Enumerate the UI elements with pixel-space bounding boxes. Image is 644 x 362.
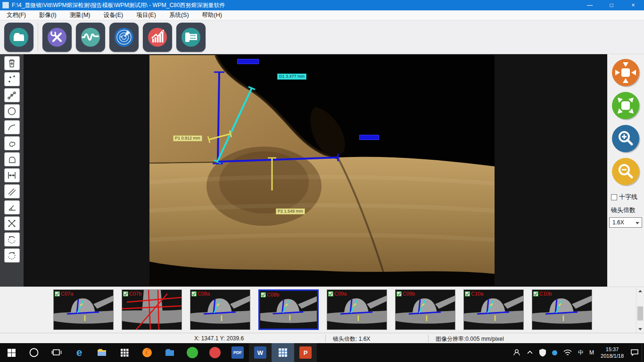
measure-label-blue-top[interactable]	[237, 59, 259, 64]
scroll-down-button[interactable]	[636, 326, 644, 333]
task-view-button[interactable]	[45, 343, 68, 362]
thumbnail-scrollbar[interactable]	[636, 288, 644, 333]
powerpoint-icon: P	[299, 346, 312, 359]
word-button[interactable]: W	[249, 343, 272, 362]
fit-to-window-button[interactable]	[611, 58, 640, 87]
scroll-up-button[interactable]	[636, 288, 644, 295]
thumbnail-checkbox[interactable]	[533, 291, 538, 296]
green-browser-button[interactable]	[181, 343, 204, 362]
freeform-region-tool[interactable]	[4, 136, 20, 150]
thumbnail-checkbox[interactable]	[191, 291, 197, 296]
thumbnail-c08b-selected[interactable]: C08b	[258, 289, 319, 330]
minimize-button[interactable]: —	[579, 0, 601, 10]
thumbnail-c08a[interactable]: C08a	[190, 289, 250, 330]
thumbnail-checkbox[interactable]	[328, 291, 333, 296]
menu-document[interactable]: 文档(F)	[0, 10, 33, 20]
file-explorer-button[interactable]	[91, 343, 113, 362]
red-browser-button[interactable]	[204, 343, 226, 362]
show-desktop-button[interactable]	[642, 343, 644, 362]
angle-tool[interactable]	[4, 200, 20, 214]
people-button[interactable]	[510, 343, 524, 362]
tray-overflow-button[interactable]	[524, 343, 536, 362]
open-project-button[interactable]	[4, 23, 33, 52]
word-icon: W	[254, 346, 266, 359]
ime-indicator[interactable]: 中	[575, 343, 586, 362]
zoom-out-button[interactable]	[611, 157, 640, 186]
clock[interactable]: 15:37 2018/1/18	[597, 343, 627, 362]
firefox-button[interactable]	[136, 343, 158, 362]
cross-lines-tool[interactable]	[4, 216, 20, 230]
waveform-button[interactable]	[76, 23, 105, 52]
thumbnail-c10a[interactable]: C10a	[463, 289, 524, 330]
thumbnail-checkbox[interactable]	[465, 291, 470, 296]
menu-measure[interactable]: 测量(M)	[63, 10, 97, 20]
measure-label-p2[interactable]: P2 1.549 mm	[276, 208, 305, 214]
wifi-icon	[563, 349, 572, 356]
windows-logo-icon	[8, 349, 16, 357]
thumbnail-checkbox[interactable]	[396, 291, 402, 296]
radar-detect-button[interactable]	[109, 23, 139, 52]
tray-app-button[interactable]	[549, 343, 560, 362]
lens-magnification-select[interactable]: 1.6X	[609, 217, 642, 228]
polyline-tool[interactable]	[4, 88, 20, 102]
film-capture-button[interactable]	[176, 23, 206, 52]
edge-browser-button[interactable]: e	[68, 343, 91, 362]
status-lens-magnification: 镜头倍数: 1.6X	[333, 335, 370, 343]
menu-help[interactable]: 帮助(H)	[196, 10, 229, 20]
report-chart-button[interactable]	[143, 23, 172, 52]
rotate-cw-tool[interactable]	[4, 248, 20, 263]
powerpoint-button[interactable]: P	[294, 343, 317, 362]
measure-label-p1[interactable]: P1 0.912 mm	[173, 135, 202, 141]
crosshair-option[interactable]: 十字线	[607, 193, 644, 201]
tray-letter-app[interactable]: M	[586, 343, 597, 362]
thumbnail-c07b[interactable]: C07b	[122, 289, 182, 330]
measure-tools-strip	[0, 54, 24, 287]
defender-button[interactable]	[536, 343, 549, 362]
blue-folder-button[interactable]	[158, 343, 181, 362]
polyline-icon	[6, 90, 17, 101]
polygon-tool[interactable]	[4, 152, 20, 166]
grid-app-button[interactable]	[113, 343, 136, 362]
thumbnail-c09b[interactable]: C09b	[395, 289, 455, 330]
wpm-app-button-active[interactable]	[272, 343, 294, 362]
menu-system[interactable]: 系统(S)	[163, 10, 196, 20]
network-button[interactable]	[560, 343, 575, 362]
thumbnail-c09a[interactable]: C09a	[327, 289, 387, 330]
circle-icon	[6, 106, 17, 117]
arc-tool[interactable]	[4, 120, 20, 134]
measure-label-d1[interactable]: D1 3.477 mm	[277, 74, 306, 80]
arc-icon	[6, 122, 17, 133]
menu-device[interactable]: 设备(E)	[97, 10, 130, 20]
application-window: { "window": { "title": "F:\\4_显微镜\\Vitt\…	[0, 0, 644, 362]
maximize-button[interactable]: □	[601, 0, 622, 10]
zoom-in-button[interactable]	[611, 124, 640, 153]
thumbnail-c10b[interactable]: C10b	[532, 289, 592, 330]
cortana-search-button[interactable]	[23, 343, 45, 362]
weld-micrograph[interactable]: D1 3.477 mm P1 0.912 mm P2 1.549 mm	[149, 55, 495, 286]
menu-project[interactable]: 项目(E)	[130, 10, 163, 20]
green-browser-icon	[187, 347, 198, 358]
close-button[interactable]: ×	[622, 0, 644, 10]
menu-image[interactable]: 影像(I)	[33, 10, 63, 20]
action-center-button[interactable]	[627, 343, 642, 362]
horizontal-distance-tool[interactable]	[4, 168, 20, 182]
scrollbar-thumb[interactable]	[637, 306, 643, 321]
points-tool[interactable]	[4, 72, 20, 86]
circle-tool[interactable]	[4, 104, 20, 118]
start-button[interactable]	[0, 343, 23, 362]
crosshair-checkbox[interactable]	[611, 194, 617, 200]
tools-settings-button[interactable]	[42, 23, 72, 52]
measure-label-blue-right[interactable]	[359, 135, 379, 140]
thumbnail-checkbox[interactable]	[55, 291, 60, 296]
thumbnail-c07a[interactable]: C07a	[53, 289, 114, 330]
rotate-ccw-tool[interactable]	[4, 232, 20, 247]
image-canvas[interactable]: D1 3.477 mm P1 0.912 mm P2 1.549 mm	[24, 54, 607, 287]
delete-trash-tool[interactable]	[4, 56, 20, 70]
radar-icon	[113, 26, 135, 48]
pdf-app-button[interactable]: PDF	[226, 343, 249, 362]
parallel-lines-tool[interactable]	[4, 184, 20, 198]
thumbnail-checkbox[interactable]	[261, 292, 266, 297]
actual-size-button[interactable]	[611, 91, 640, 120]
system-tray: 中 M 15:37 2018/1/18	[510, 343, 644, 362]
thumbnail-checkbox[interactable]	[123, 291, 128, 296]
